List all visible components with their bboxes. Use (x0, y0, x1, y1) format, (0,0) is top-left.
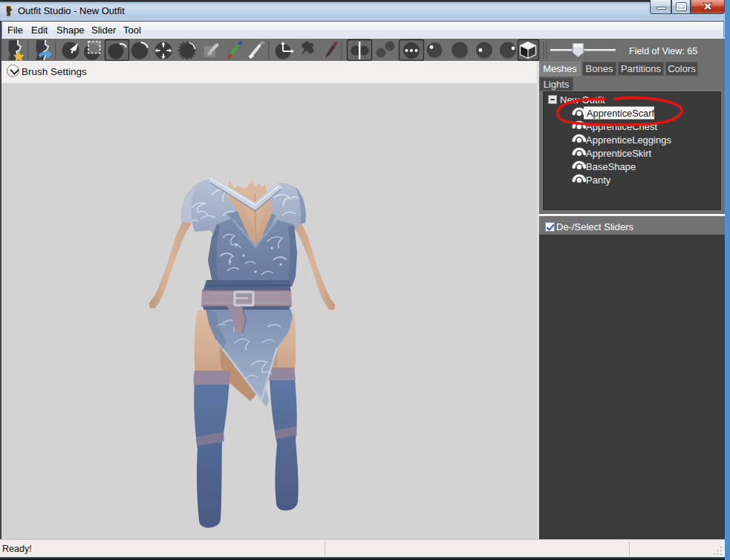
svg-text:ApprenticeSkirt: ApprenticeSkirt (586, 148, 652, 159)
svg-text:ApprenticeScarf: ApprenticeScarf (587, 108, 654, 119)
svg-text:ApprenticeLeggings: ApprenticeLeggings (586, 134, 671, 146)
svg-text:Panty: Panty (586, 175, 611, 186)
svg-text:BaseShape: BaseShape (586, 161, 636, 172)
svg-text:Field of View: 65: Field of View: 65 (629, 46, 697, 56)
